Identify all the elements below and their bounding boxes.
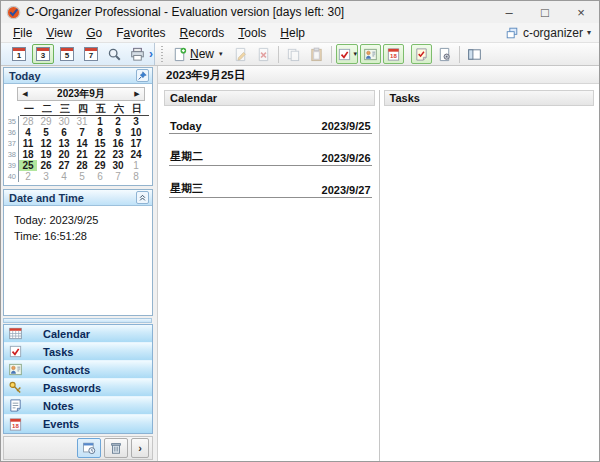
day-entry[interactable]: Today2023/9/25	[169, 120, 372, 134]
maximize-button[interactable]: □	[527, 1, 563, 23]
calendar-day[interactable]: 5	[73, 171, 91, 182]
sidebar-splitter[interactable]	[3, 318, 152, 323]
search-button[interactable]	[104, 44, 125, 64]
calendar-day[interactable]: 11	[19, 138, 37, 149]
calendar-day[interactable]: 4	[19, 127, 37, 138]
datetime-panel-title: Date and Time	[9, 192, 84, 204]
calendar-day[interactable]: 30	[109, 160, 127, 171]
sidebar-item-events[interactable]: 18Events	[4, 415, 152, 433]
calendar-day[interactable]: 18	[19, 149, 37, 160]
print-button[interactable]	[127, 44, 148, 64]
show-notes-toggle[interactable]	[411, 44, 432, 64]
calendar-day[interactable]: 31	[73, 116, 91, 127]
calendar-day[interactable]: 28	[19, 116, 37, 127]
sidebar-item-passwords[interactable]: Passwords	[4, 379, 152, 397]
calendar-day[interactable]: 14	[73, 138, 91, 149]
paste-button[interactable]	[306, 44, 327, 64]
recycle-bin-button[interactable]	[104, 438, 128, 458]
calendar-day[interactable]: 29	[91, 160, 109, 171]
calendar-day[interactable]: 13	[55, 138, 73, 149]
calendar-day[interactable]: 7	[109, 171, 127, 182]
planner-view-button[interactable]	[77, 438, 101, 458]
calendar-day[interactable]: 20	[55, 149, 73, 160]
delete-record-button[interactable]	[253, 44, 274, 64]
calendar-day[interactable]: 3	[127, 116, 145, 127]
show-tasks-toggle[interactable]: ▾	[336, 44, 359, 64]
calendar-day[interactable]: 4	[55, 171, 73, 182]
database-selector[interactable]: c-organizer ▾	[505, 26, 594, 40]
calendar-day[interactable]: 16	[109, 138, 127, 149]
calendar-nav-icon	[7, 326, 23, 342]
sidebar-overflow-button[interactable]: ›	[131, 438, 149, 458]
day-entry-label: 星期三	[170, 181, 203, 196]
copy-button[interactable]	[283, 44, 304, 64]
pin-button[interactable]	[136, 69, 149, 82]
mini-calendar-icon: 5	[60, 47, 74, 61]
calendar-day[interactable]: 24	[127, 149, 145, 160]
view-7-days-button[interactable]: 7	[80, 44, 102, 64]
window-title: C-Organizer Professional - Evaluation ve…	[26, 5, 491, 19]
calendar-day[interactable]: 6	[55, 127, 73, 138]
menu-favorites[interactable]: Favorites	[109, 25, 172, 41]
calendar-day[interactable]: 3	[37, 171, 55, 182]
sidebar-item-tasks[interactable]: Tasks	[4, 343, 152, 361]
filter-button[interactable]	[434, 44, 455, 64]
calendar-week-row: 402345678	[7, 171, 149, 182]
month-label[interactable]: 2023年9月	[32, 87, 130, 101]
next-month-button[interactable]: ▶	[130, 88, 144, 100]
close-button[interactable]: ×	[563, 1, 599, 23]
calendar-grid: 3528293031123364567891037111213141516173…	[7, 116, 149, 182]
titlebar: C-Organizer Professional - Evaluation ve…	[1, 1, 599, 23]
calendar-day[interactable]: 29	[37, 116, 55, 127]
calendar-day[interactable]: 12	[37, 138, 55, 149]
calendar-day[interactable]: 5	[37, 127, 55, 138]
calendar-day[interactable]: 30	[55, 116, 73, 127]
calendar-day[interactable]: 19	[37, 149, 55, 160]
calendar-day[interactable]: 26	[37, 160, 55, 171]
weekday-label: 四	[74, 103, 92, 115]
calendar-day[interactable]: 8	[127, 171, 145, 182]
toolbar-overflow-button[interactable]: ›	[149, 47, 153, 61]
calendar-day[interactable]: 9	[109, 127, 127, 138]
panels-button[interactable]	[464, 44, 485, 64]
show-contacts-toggle[interactable]	[360, 44, 381, 64]
day-entry[interactable]: 星期二2023/9/26	[169, 149, 372, 166]
calendar-day[interactable]: 1	[91, 116, 109, 127]
calendar-day[interactable]: 28	[73, 160, 91, 171]
minimize-button[interactable]: –	[491, 1, 527, 23]
calendar-day[interactable]: 8	[91, 127, 109, 138]
sidebar-item-notes[interactable]: Notes	[4, 397, 152, 415]
calendar-day[interactable]: 15	[91, 138, 109, 149]
calendar-day[interactable]: 22	[91, 149, 109, 160]
calendar-day[interactable]: 17	[127, 138, 145, 149]
prev-month-button[interactable]: ◀	[18, 88, 32, 100]
day-entry[interactable]: 星期三2023/9/27	[169, 181, 372, 198]
menu-records[interactable]: Records	[173, 25, 232, 41]
calendar-day[interactable]: 2	[19, 171, 37, 182]
calendar-day-selected[interactable]: 25	[19, 160, 37, 171]
menu-help[interactable]: Help	[273, 25, 312, 41]
edit-record-button[interactable]	[230, 44, 251, 64]
sidebar-item-calendar[interactable]: Calendar	[4, 325, 152, 343]
menu-view[interactable]: View	[39, 25, 79, 41]
menu-file[interactable]: File	[6, 25, 39, 41]
calendar-day[interactable]: 6	[91, 171, 109, 182]
show-events-toggle[interactable]: 18	[383, 44, 404, 64]
calendar-day[interactable]: 10	[127, 127, 145, 138]
toolbar-grip[interactable]	[159, 46, 164, 62]
calendar-day[interactable]: 21	[73, 149, 91, 160]
view-5-days-button[interactable]: 5	[56, 44, 78, 64]
menu-go[interactable]: Go	[79, 25, 109, 41]
collapse-button[interactable]	[136, 191, 149, 204]
calendar-day[interactable]: 1	[127, 160, 145, 171]
view-3-days-button[interactable]: 3	[32, 44, 54, 64]
day-entry-date: 2023/9/27	[322, 184, 371, 196]
calendar-day[interactable]: 23	[109, 149, 127, 160]
calendar-day[interactable]: 7	[73, 127, 91, 138]
calendar-day[interactable]: 2	[109, 116, 127, 127]
view-1-days-button[interactable]: 1	[8, 44, 30, 64]
sidebar-item-contacts[interactable]: Contacts	[4, 361, 152, 379]
menu-tools[interactable]: Tools	[231, 25, 273, 41]
new-record-button[interactable]: New ▾	[167, 44, 228, 64]
calendar-day[interactable]: 27	[55, 160, 73, 171]
